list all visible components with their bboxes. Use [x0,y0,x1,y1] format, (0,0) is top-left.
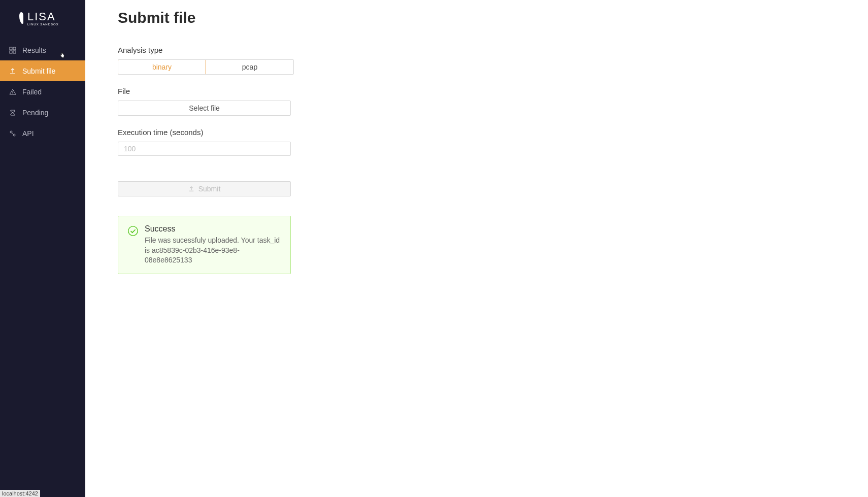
upload-icon [188,186,194,192]
sidebar-item-api[interactable]: API [0,123,85,144]
lisa-logo-icon: LISA LINUX SANDBOX [17,9,68,29]
svg-text:LISA: LISA [27,10,56,23]
submit-button[interactable]: Submit [118,181,291,196]
sidebar-item-pending[interactable]: Pending [0,102,85,123]
exec-time-input[interactable] [118,142,291,156]
submit-button-label: Submit [198,185,221,193]
alert-description: File was sucessfuly uploaded. Your task_… [145,236,282,266]
svg-rect-4 [10,51,12,53]
sidebar-item-label: Results [22,46,46,54]
sidebar-item-label: Submit file [22,67,55,75]
svg-point-8 [10,131,12,133]
svg-point-7 [13,93,13,94]
select-file-button[interactable]: Select file [118,101,291,116]
check-circle-icon [127,225,139,237]
alert-title: Success [145,224,282,234]
analysis-type-binary[interactable]: binary [118,59,206,75]
svg-text:LINUX SANDBOX: LINUX SANDBOX [27,23,59,26]
logo: LISA LINUX SANDBOX [0,0,85,40]
sidebar-item-results[interactable]: Results [0,40,85,60]
sidebar-item-label: Pending [22,109,48,117]
analysis-type-label: Analysis type [118,46,836,54]
success-alert: Success File was sucessfuly uploaded. Yo… [118,216,291,274]
exec-time-label: Execution time (seconds) [118,128,836,137]
hourglass-icon [9,109,16,116]
sidebar-item-label: Failed [22,88,42,96]
status-bar: localhost:4242 [0,490,40,497]
upload-icon [9,68,16,75]
sidebar-item-label: API [22,129,34,138]
api-icon [9,130,16,137]
svg-rect-2 [10,47,12,50]
analysis-type-pcap[interactable]: pcap [206,60,293,74]
page-title: Submit file [118,9,836,26]
main-content: Submit file Analysis type binary pcap Fi… [85,0,868,283]
svg-point-9 [13,134,15,136]
grid-icon [9,47,16,54]
svg-point-11 [128,226,138,236]
sidebar-item-submit-file[interactable]: Submit file [0,60,85,81]
sidebar-item-failed[interactable]: Failed [0,81,85,102]
svg-rect-5 [13,51,16,53]
svg-line-10 [12,132,14,134]
analysis-type-group: binary pcap [118,59,294,75]
file-label: File [118,87,836,95]
svg-rect-3 [13,47,16,50]
sidebar: LISA LINUX SANDBOX Results Submit file F… [0,0,85,497]
warning-icon [9,88,16,95]
